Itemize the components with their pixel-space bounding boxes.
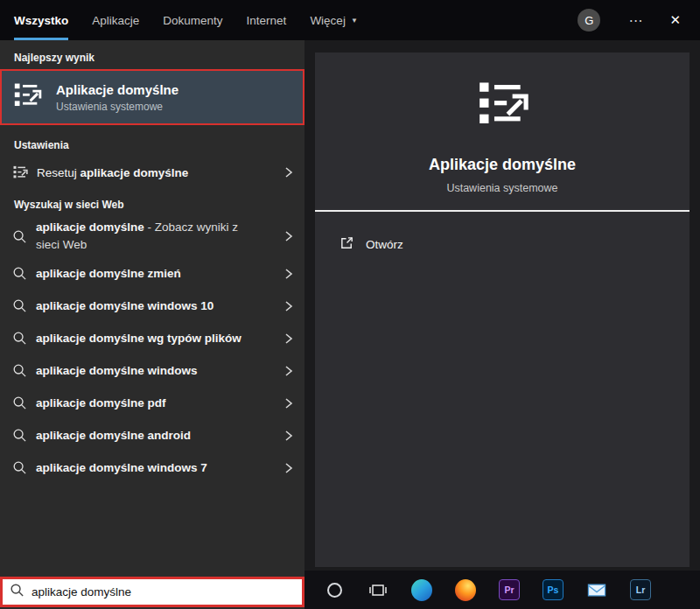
open-label: Otwórz [366,238,403,251]
search-icon [10,583,24,601]
firefox-icon[interactable] [455,579,476,600]
web-suggestion[interactable]: aplikacje domyślne windows 7 [0,452,304,484]
chevron-right-icon[interactable] [284,332,294,346]
chevron-right-icon[interactable] [284,396,294,410]
result-prefix: Resetuj [37,166,80,179]
tab-internet[interactable]: Internet [247,0,287,40]
chevron-right-icon[interactable] [284,165,294,179]
chevron-right-icon[interactable] [284,429,294,443]
settings-section-header: Ustawienia [0,139,304,151]
search-flyout: Wszystko Aplikacje Dokumenty Internet Wi… [0,0,700,609]
search-icon [12,266,27,281]
chevron-down-icon: ▼ [351,17,358,24]
close-icon[interactable]: ✕ [669,12,681,28]
best-match-subtitle: Ustawienia systemowe [56,101,178,113]
search-input[interactable] [32,585,297,598]
cortana-icon[interactable] [324,579,345,600]
web-suggestion[interactable]: aplikacje domyślne android [0,419,304,452]
tab-wszystko[interactable]: Wszystko [14,0,68,40]
result-query: aplikacje domyślne [80,166,189,179]
web-suggestions-list: aplikacje domyślne - Zobacz wyniki z sie… [0,215,304,484]
chevron-right-icon[interactable] [284,299,294,313]
divider [315,210,690,212]
tab-wiecej[interactable]: Więcej ▼ [310,0,357,40]
open-icon [340,235,354,254]
lightroom-icon[interactable]: Lr [630,579,651,600]
chevron-right-icon[interactable] [284,364,294,378]
task-view-icon[interactable] [368,579,388,600]
best-match-result[interactable]: Aplikacje domyślne Ustawienia systemowe [0,69,304,125]
search-icon [12,428,27,443]
search-icon [12,331,27,346]
preview-panel: Aplikacje domyślne Ustawienia systemowe … [315,52,690,567]
edge-icon[interactable] [411,579,432,600]
web-suggestion[interactable]: aplikacje domyślne pdf [0,387,304,419]
search-filter-bar: Wszystko Aplikacje Dokumenty Internet Wi… [0,0,700,40]
account-avatar[interactable]: G [578,9,600,32]
chevron-right-icon[interactable] [284,267,294,281]
tab-dokumenty[interactable]: Dokumenty [163,0,222,40]
search-icon [12,396,27,410]
taskbar: Pr Ps Lr [304,570,700,609]
best-match-title: Aplikacje domyślne [56,82,178,97]
web-suggestion[interactable]: aplikacje domyślne windows 10 [0,290,304,322]
web-search-section-header: Wyszukaj w sieci Web [0,199,304,211]
premiere-icon[interactable]: Pr [499,579,520,600]
search-icon [12,363,27,378]
preview-title: Aplikacje domyślne [429,156,576,174]
default-apps-icon [12,80,42,114]
web-suggestion[interactable]: aplikacje domyślne - Zobacz wyniki z sie… [0,215,304,257]
chevron-right-icon[interactable] [284,461,294,475]
web-suggestion[interactable]: aplikacje domyślne zmień [0,257,304,290]
settings-result-reset-default-apps[interactable]: Resetuj aplikacje domyślne [0,158,304,187]
open-action[interactable]: Otwórz [315,234,690,254]
web-suggestion[interactable]: aplikacje domyślne windows [0,354,304,387]
search-box[interactable] [0,577,304,607]
more-options-icon[interactable]: ⋯ [628,12,643,29]
best-match-header: Najlepszy wynik [0,40,304,64]
search-icon [12,460,27,475]
preview-subtitle: Ustawienia systemowe [446,182,557,194]
results-panel: Najlepszy wynik Aplikacje domyślne Ustaw… [0,40,304,609]
photoshop-icon[interactable]: Ps [542,579,564,600]
mail-icon[interactable] [586,579,607,600]
default-apps-icon [475,77,529,135]
tab-aplikacje[interactable]: Aplikacje [92,0,139,40]
default-apps-icon [12,164,28,180]
web-suggestion[interactable]: aplikacje domyślne wg typów plików [0,322,304,354]
search-icon [12,298,27,313]
chevron-right-icon[interactable] [284,229,294,243]
search-icon [12,229,27,244]
